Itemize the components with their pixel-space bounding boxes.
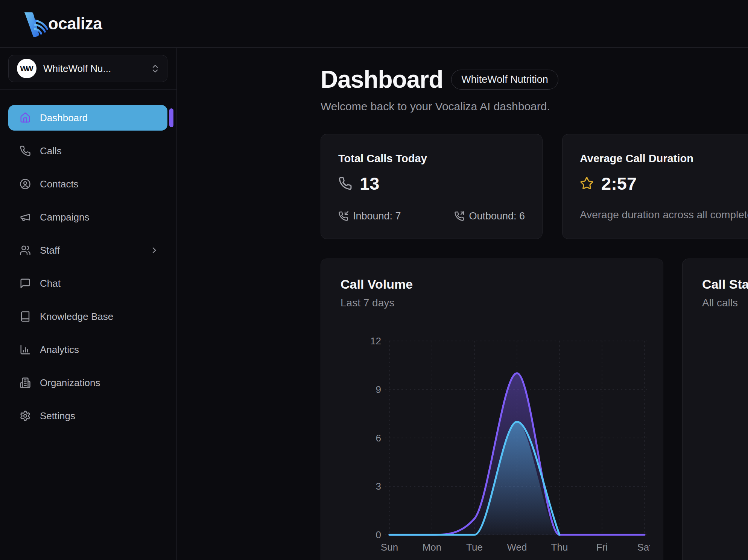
phone-icon <box>338 177 352 190</box>
call-volume-card: Call Volume Last 7 days 036912SunMonTueW… <box>321 259 663 560</box>
building-icon <box>20 377 31 388</box>
avg-duration-value: 2:57 <box>601 173 637 194</box>
sidebar-item-label: Settings <box>40 410 75 422</box>
phone-incoming-icon <box>338 211 348 221</box>
sidebar-item-staff[interactable]: Staff <box>8 237 167 263</box>
chevrons-up-down-icon <box>150 64 160 74</box>
vocaliza-wordmark: ocaliza <box>48 14 102 33</box>
sidebar-nav: Dashboard Calls Contacts Campaigns <box>8 90 167 429</box>
users-icon <box>20 245 31 256</box>
sidebar: WW WhiteWolf Nu... Dashboard Calls <box>0 48 177 560</box>
svg-text:Mon: Mon <box>423 542 442 553</box>
welcome-message: Welcome back to your Vocaliza AI dashboa… <box>321 100 748 113</box>
svg-text:6: 6 <box>376 432 381 444</box>
call-volume-subtitle: Last 7 days <box>341 297 649 309</box>
svg-text:3: 3 <box>376 481 381 492</box>
inbound-calls-label: Inbound: 7 <box>353 210 401 222</box>
sidebar-item-calls[interactable]: Calls <box>8 138 167 164</box>
gear-icon <box>20 410 31 422</box>
sidebar-item-label: Analytics <box>40 344 79 356</box>
svg-text:Fri: Fri <box>596 542 608 553</box>
sidebar-item-campaigns[interactable]: Campaigns <box>8 204 167 230</box>
call-volume-title: Call Volume <box>341 277 649 292</box>
sidebar-item-dashboard[interactable]: Dashboard <box>8 105 167 131</box>
main-content: Dashboard WhiteWolf Nutrition Welcome ba… <box>177 48 748 560</box>
total-calls-card: Total Calls Today 13 Inbound: 7 <box>321 134 543 239</box>
call-status-title: Call Status <box>702 277 748 292</box>
user-circle-icon <box>20 178 31 190</box>
sidebar-item-label: Organizations <box>40 377 100 389</box>
megaphone-icon <box>20 212 31 223</box>
sidebar-item-chat[interactable]: Chat <box>8 271 167 296</box>
active-indicator-bar <box>169 108 173 127</box>
svg-text:0: 0 <box>376 529 381 540</box>
svg-text:Sat: Sat <box>637 542 650 553</box>
avg-duration-title: Average Call Duration <box>580 152 748 165</box>
sidebar-item-label: Knowledge Base <box>40 311 113 323</box>
sidebar-item-organizations[interactable]: Organizations <box>8 370 167 396</box>
sidebar-item-label: Calls <box>40 145 62 157</box>
svg-text:Tue: Tue <box>466 542 483 553</box>
sidebar-item-knowledge-base[interactable]: Knowledge Base <box>8 304 167 329</box>
call-volume-chart: 036912SunMonTueWedThuFriSat <box>341 313 650 557</box>
phone-outgoing-icon <box>454 211 464 221</box>
outbound-calls-stat: Outbound: 6 <box>454 210 525 222</box>
call-status-subtitle: All calls <box>702 297 748 309</box>
page-title: Dashboard <box>321 65 443 93</box>
book-icon <box>20 311 31 322</box>
avg-duration-card: Average Call Duration 2:57 Average durat… <box>562 134 748 239</box>
total-calls-title: Total Calls Today <box>338 152 525 165</box>
sidebar-item-settings[interactable]: Settings <box>8 403 167 429</box>
svg-text:Thu: Thu <box>551 542 568 553</box>
sidebar-item-label: Dashboard <box>40 112 88 124</box>
sidebar-item-label: Campaigns <box>40 212 90 223</box>
organization-name: WhiteWolf Nu... <box>43 63 143 75</box>
phone-icon <box>20 145 31 157</box>
call-status-card: Call Status All calls <box>682 259 748 560</box>
chevron-right-icon <box>149 245 159 255</box>
svg-text:9: 9 <box>376 384 381 395</box>
organization-avatar: WW <box>17 59 36 78</box>
sidebar-item-label: Staff <box>40 245 60 256</box>
bar-chart-icon <box>20 344 31 355</box>
outbound-calls-label: Outbound: 6 <box>469 210 525 222</box>
home-icon <box>20 112 31 123</box>
star-icon <box>580 177 594 190</box>
svg-text:12: 12 <box>370 335 381 347</box>
message-square-icon <box>20 278 31 289</box>
topbar: ocaliza <box>0 0 748 48</box>
svg-text:Sun: Sun <box>381 542 398 553</box>
vocaliza-logo-icon <box>20 11 49 39</box>
organization-badge: WhiteWolf Nutrition <box>451 70 558 90</box>
avg-duration-description: Average duration across all completed c <box>580 209 748 221</box>
sidebar-item-contacts[interactable]: Contacts <box>8 171 167 197</box>
total-calls-value: 13 <box>360 173 379 194</box>
sidebar-item-analytics[interactable]: Analytics <box>8 337 167 362</box>
inbound-calls-stat: Inbound: 7 <box>338 210 401 222</box>
sidebar-item-label: Chat <box>40 278 61 289</box>
svg-text:Wed: Wed <box>507 542 527 553</box>
organization-selector[interactable]: WW WhiteWolf Nu... <box>8 55 167 82</box>
sidebar-item-label: Contacts <box>40 178 79 190</box>
vocaliza-logo: ocaliza <box>20 8 102 39</box>
